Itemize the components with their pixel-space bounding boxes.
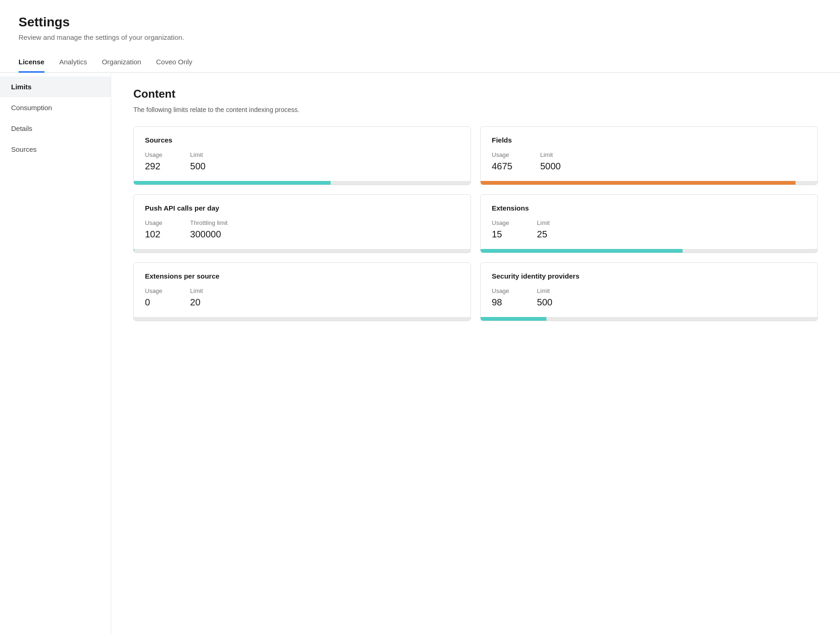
metric-limit-security-identity: Limit 500 [537, 287, 552, 308]
progress-bar-fill-sources [134, 181, 331, 185]
cards-grid: Sources Usage 292 Limit 500 Fields Usage [133, 126, 818, 321]
metric-usage-push-api: Usage 102 [145, 219, 163, 240]
progress-bar-container-sources [134, 181, 470, 185]
card-metrics-security-identity: Usage 98 Limit 500 [492, 287, 806, 308]
sidebar: Limits Consumption Details Sources [0, 73, 111, 634]
sidebar-item-limits[interactable]: Limits [0, 76, 111, 97]
page-subtitle: Review and manage the settings of your o… [19, 33, 821, 41]
sidebar-item-consumption[interactable]: Consumption [0, 97, 111, 118]
card-metrics-fields: Usage 4675 Limit 5000 [492, 151, 806, 172]
tab-analytics[interactable]: Analytics [59, 52, 87, 73]
section-desc: The following limits relate to the conte… [133, 106, 818, 113]
progress-bar-container-push-api [134, 249, 470, 253]
metric-limit-extensions: Limit 25 [537, 219, 550, 240]
sidebar-item-sources[interactable]: Sources [0, 139, 111, 160]
main-layout: Limits Consumption Details Sources Conte… [0, 73, 840, 634]
tabs-bar: License Analytics Organization Coveo Onl… [0, 52, 840, 73]
metric-usage-ext-per-source: Usage 0 [145, 287, 163, 308]
card-title-push-api: Push API calls per day [145, 204, 459, 212]
tab-license[interactable]: License [19, 52, 44, 73]
card-push-api: Push API calls per day Usage 102 Throttl… [133, 194, 471, 253]
sidebar-item-details[interactable]: Details [0, 118, 111, 139]
tab-organization[interactable]: Organization [102, 52, 141, 73]
progress-bar-container-security-identity [481, 317, 817, 321]
card-metrics-sources: Usage 292 Limit 500 [145, 151, 459, 172]
card-metrics-push-api: Usage 102 Throttling limit 300000 [145, 219, 459, 240]
card-metrics-extensions: Usage 15 Limit 25 [492, 219, 806, 240]
progress-bar-container-extensions [481, 249, 817, 253]
card-title-ext-per-source: Extensions per source [145, 272, 459, 280]
content-area: Content The following limits relate to t… [111, 73, 840, 634]
metric-usage-fields: Usage 4675 [492, 151, 513, 172]
metric-usage-extensions: Usage 15 [492, 219, 509, 240]
metric-limit-fields: Limit 5000 [540, 151, 561, 172]
card-title-sources: Sources [145, 136, 459, 144]
card-title-extensions: Extensions [492, 204, 806, 212]
progress-bar-fill-extensions [481, 249, 683, 253]
tab-coveo-only[interactable]: Coveo Only [156, 52, 192, 73]
progress-bar-fill-security-identity [481, 317, 546, 321]
metric-limit-ext-per-source: Limit 20 [190, 287, 203, 308]
page-title: Settings [19, 15, 821, 30]
metric-limit-sources: Limit 500 [190, 151, 206, 172]
card-metrics-ext-per-source: Usage 0 Limit 20 [145, 287, 459, 308]
progress-bar-container-fields [481, 181, 817, 185]
metric-usage-sources: Usage 292 [145, 151, 163, 172]
card-security-identity: Security identity providers Usage 98 Lim… [480, 262, 818, 321]
card-ext-per-source: Extensions per source Usage 0 Limit 20 [133, 262, 471, 321]
page-header: Settings Review and manage the settings … [0, 0, 840, 41]
card-sources: Sources Usage 292 Limit 500 [133, 126, 471, 185]
metric-usage-security-identity: Usage 98 [492, 287, 509, 308]
section-title: Content [133, 87, 818, 100]
card-title-security-identity: Security identity providers [492, 272, 806, 280]
progress-bar-fill-fields [481, 181, 796, 185]
card-extensions: Extensions Usage 15 Limit 25 [480, 194, 818, 253]
card-fields: Fields Usage 4675 Limit 5000 [480, 126, 818, 185]
card-title-fields: Fields [492, 136, 806, 144]
progress-bar-container-ext-per-source [134, 317, 470, 321]
metric-limit-push-api: Throttling limit 300000 [190, 219, 228, 240]
